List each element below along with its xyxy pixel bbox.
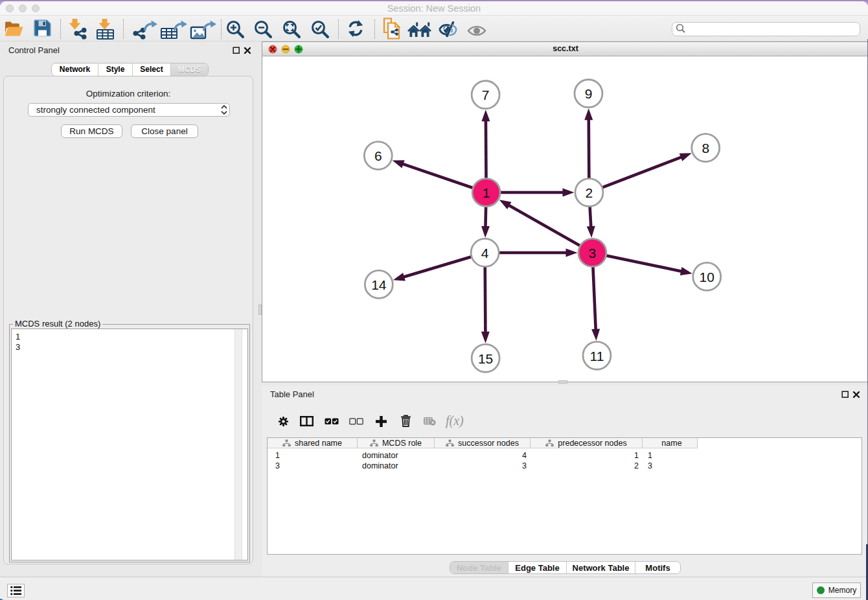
svg-text:4: 4	[481, 246, 489, 260]
svg-text:3: 3	[589, 246, 597, 260]
svg-text:2: 2	[586, 185, 593, 200]
svg-text:9: 9	[585, 86, 593, 101]
svg-text:7: 7	[482, 87, 490, 102]
svg-text:10: 10	[700, 270, 714, 284]
svg-text:14: 14	[371, 277, 387, 292]
svg-text:1: 1	[483, 185, 490, 200]
svg-text:8: 8	[702, 141, 709, 156]
svg-text:6: 6	[374, 148, 382, 163]
svg-text:15: 15	[478, 351, 493, 366]
svg-text:11: 11	[590, 349, 604, 363]
